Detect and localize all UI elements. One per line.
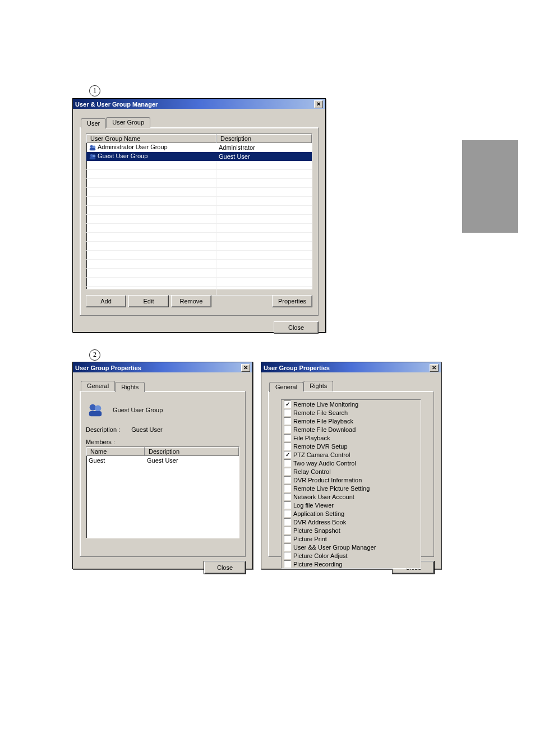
user-group-icon bbox=[89, 144, 96, 151]
checkbox[interactable] bbox=[284, 543, 291, 551]
titlebar: User & User Group Manager ✕ bbox=[73, 99, 325, 109]
rights-label: Log file Viewer bbox=[293, 502, 334, 509]
rights-label: Remote File Search bbox=[293, 409, 348, 416]
checkbox[interactable] bbox=[284, 426, 291, 433]
checkbox[interactable] bbox=[284, 459, 291, 467]
table-row-empty bbox=[86, 278, 312, 287]
dialog-title: User & User Group Manager bbox=[75, 101, 158, 108]
table-row[interactable]: Administrator User GroupAdministrator bbox=[86, 143, 312, 152]
close-icon[interactable]: ✕ bbox=[430, 364, 439, 372]
checkbox[interactable] bbox=[284, 476, 291, 483]
column-header-name[interactable]: Name bbox=[86, 447, 145, 456]
page-sidebar-block bbox=[462, 140, 518, 233]
rights-label: Remote Live Picture Setting bbox=[293, 485, 370, 492]
rights-item[interactable]: User && User Group Manager bbox=[282, 543, 421, 551]
rights-item[interactable]: Remote DVR Setup bbox=[282, 442, 421, 450]
titlebar: User Group Properties ✕ bbox=[261, 362, 441, 372]
members-listview[interactable]: Name Description GuestGuest User bbox=[86, 446, 239, 538]
rights-label: File Playback bbox=[293, 435, 330, 441]
close-button[interactable]: Close bbox=[274, 321, 319, 334]
column-header-desc[interactable]: Description bbox=[145, 447, 239, 456]
checkbox[interactable] bbox=[284, 442, 291, 450]
rights-item[interactable]: Picture Snapshot bbox=[282, 526, 421, 534]
checkbox[interactable] bbox=[284, 552, 291, 559]
rights-item[interactable]: Relay Control bbox=[282, 467, 421, 476]
rights-label: User && User Group Manager bbox=[293, 544, 376, 551]
user-group-listview[interactable]: User Group Name Description Administrato… bbox=[86, 133, 312, 289]
table-row-empty bbox=[86, 287, 312, 296]
checkbox[interactable] bbox=[284, 501, 291, 509]
add-button[interactable]: Add bbox=[86, 295, 126, 307]
checkbox[interactable] bbox=[284, 409, 291, 416]
rights-item[interactable]: Network User Account bbox=[282, 492, 421, 501]
rights-label: Picture Recording bbox=[293, 561, 342, 568]
close-icon[interactable]: ✕ bbox=[241, 364, 250, 372]
checkbox[interactable] bbox=[284, 518, 291, 525]
checkbox[interactable] bbox=[284, 535, 291, 542]
table-row[interactable]: GuestGuest User bbox=[86, 456, 239, 465]
close-button[interactable]: Close bbox=[204, 561, 246, 574]
rights-item[interactable]: DVR Address Book bbox=[282, 518, 421, 526]
rights-item[interactable]: Log file Viewer bbox=[282, 501, 421, 509]
column-header-name[interactable]: User Group Name bbox=[86, 134, 216, 143]
checkbox[interactable] bbox=[284, 417, 291, 425]
rights-label: Two way Audio Control bbox=[293, 460, 356, 467]
svg-rect-2 bbox=[90, 148, 96, 150]
tab-user-group[interactable]: User Group bbox=[106, 117, 150, 128]
checkbox[interactable] bbox=[284, 527, 291, 534]
checkbox[interactable] bbox=[284, 434, 291, 441]
rights-label: Remote Live Monitoring bbox=[293, 401, 358, 408]
rights-item[interactable]: Remote File Search bbox=[282, 408, 421, 417]
tab-rights[interactable]: Rights bbox=[115, 382, 145, 392]
properties-button[interactable]: Properties bbox=[272, 295, 312, 307]
user-group-icon bbox=[89, 153, 96, 160]
tab-general[interactable]: General bbox=[269, 382, 303, 392]
rights-item[interactable]: Two way Audio Control bbox=[282, 459, 421, 467]
rights-item[interactable]: Remote File Playback bbox=[282, 417, 421, 425]
rights-item[interactable]: Remote Live Picture Setting bbox=[282, 484, 421, 492]
svg-point-7 bbox=[95, 405, 101, 412]
checkbox[interactable] bbox=[284, 451, 291, 458]
rights-item[interactable]: Picture Color Adjust bbox=[282, 551, 421, 560]
rights-item[interactable]: Remote File Download bbox=[282, 425, 421, 434]
remove-button[interactable]: Remove bbox=[171, 295, 211, 307]
checkbox[interactable] bbox=[284, 485, 291, 492]
rights-label: Remote File Playback bbox=[293, 418, 353, 425]
rights-label: Network User Account bbox=[293, 494, 354, 500]
rights-item[interactable]: DVR Product Information bbox=[282, 476, 421, 484]
edit-button[interactable]: Edit bbox=[128, 295, 169, 307]
tab-general[interactable]: General bbox=[81, 381, 115, 391]
checkbox[interactable] bbox=[284, 510, 291, 517]
checkbox[interactable] bbox=[284, 468, 291, 475]
svg-point-0 bbox=[90, 145, 93, 148]
rights-label: Picture Snapshot bbox=[293, 527, 340, 534]
close-icon[interactable]: ✕ bbox=[314, 100, 323, 108]
rights-item[interactable]: Picture Recording bbox=[282, 560, 421, 568]
callout-1: 1 bbox=[89, 85, 100, 96]
rights-label: Picture Print bbox=[293, 536, 327, 542]
table-row-empty bbox=[86, 215, 312, 224]
checkbox[interactable] bbox=[284, 493, 291, 500]
user-group-manager-dialog: User & User Group Manager ✕ User User Gr… bbox=[72, 98, 326, 333]
user-group-properties-general-dialog: User Group Properties ✕ General Rights G… bbox=[72, 362, 253, 569]
rights-item[interactable]: File Playback bbox=[282, 434, 421, 442]
column-header-desc[interactable]: Description bbox=[216, 134, 312, 143]
rights-item[interactable]: Application Setting bbox=[282, 509, 421, 518]
cell-name: Guest User Group bbox=[98, 153, 147, 159]
tab-user[interactable]: User bbox=[81, 118, 106, 128]
svg-point-3 bbox=[90, 154, 93, 157]
rights-item[interactable]: Picture Print bbox=[282, 534, 421, 543]
rights-checklist: Remote Live MonitoringRemote File Search… bbox=[281, 399, 421, 569]
members-label: Members : bbox=[86, 439, 239, 445]
checkbox[interactable] bbox=[284, 400, 291, 408]
checkbox[interactable] bbox=[284, 560, 291, 568]
tab-rights[interactable]: Rights bbox=[303, 381, 333, 391]
rights-item[interactable]: PTZ Camera Control bbox=[282, 450, 421, 459]
table-row[interactable]: Guest User GroupGuest User bbox=[86, 152, 312, 161]
titlebar: User Group Properties ✕ bbox=[73, 362, 252, 372]
cell-desc: Guest User bbox=[145, 457, 239, 464]
rights-label: Remote DVR Setup bbox=[293, 443, 348, 450]
group-name-label: Guest User Group bbox=[113, 407, 163, 413]
user-group-properties-rights-dialog: User Group Properties ✕ General Rights R… bbox=[261, 362, 441, 569]
rights-item[interactable]: Remote Live Monitoring bbox=[282, 400, 421, 408]
